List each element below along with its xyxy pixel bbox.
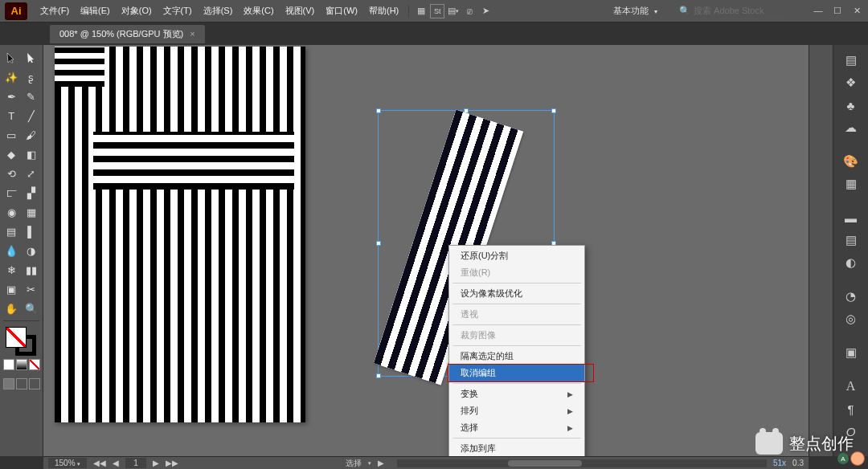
badge-a-icon: A xyxy=(837,453,849,464)
menu-file[interactable]: 文件(F) xyxy=(35,2,74,20)
ctx-isolate-group[interactable]: 隔离选定的组 xyxy=(449,348,584,365)
handle-w[interactable] xyxy=(376,241,381,246)
menu-edit[interactable]: 编辑(E) xyxy=(76,2,115,20)
menu-select[interactable]: 选择(S) xyxy=(199,2,238,20)
gradient-panel-icon[interactable]: ▤ xyxy=(837,230,865,251)
handle-ne[interactable] xyxy=(551,108,556,113)
tab-close-icon[interactable]: × xyxy=(190,29,194,39)
draw-behind[interactable] xyxy=(16,378,27,389)
maximize-button[interactable]: ☐ xyxy=(831,6,844,16)
status-play-icon[interactable]: ▶ xyxy=(378,459,384,467)
artboard-nav-back[interactable]: ◀ xyxy=(113,459,119,467)
mesh-tool[interactable]: ▤ xyxy=(2,222,22,241)
ctx-pixel-optimize[interactable]: 设为像素级优化 xyxy=(449,285,584,302)
none-mode-swatch[interactable] xyxy=(29,359,40,370)
transparency-panel-icon[interactable]: ◐ xyxy=(837,252,865,273)
eyedropper-tool[interactable]: 💧 xyxy=(2,241,22,260)
gpu-icon[interactable]: ⎚ xyxy=(462,4,477,18)
selection-tool[interactable] xyxy=(2,48,22,67)
fill-swatch[interactable] xyxy=(6,327,27,348)
panels-dock: ▤ ❖ ♣ ☁ 🎨 ▦ ▬ ▤ ◐ ◔ ◎ ▣ A ¶ O xyxy=(833,45,868,456)
artboard-nav-last[interactable]: ▶▶ xyxy=(166,459,178,467)
artboard-nav-fwd[interactable]: ▶ xyxy=(153,459,159,467)
symbol-sprayer-tool[interactable]: ❄ xyxy=(2,260,22,279)
slice-tool[interactable]: ✂ xyxy=(22,279,42,299)
hand-tool[interactable]: ✋ xyxy=(2,299,22,318)
properties-panel-icon[interactable]: ▤ xyxy=(837,50,865,71)
draw-inside[interactable] xyxy=(29,378,40,389)
workspace-switcher[interactable]: 基本功能 ▾ xyxy=(607,3,664,18)
perspective-grid-tool[interactable]: ▦ xyxy=(22,202,42,222)
menu-effect[interactable]: 效果(C) xyxy=(239,2,278,20)
panel-gutter[interactable] xyxy=(809,45,833,456)
fill-stroke-indicator[interactable] xyxy=(4,327,39,356)
graphic-styles-panel-icon[interactable]: ◎ xyxy=(837,308,865,329)
arrange-docs-icon[interactable]: ▤▾ xyxy=(446,4,461,18)
handle-sw[interactable] xyxy=(376,373,381,378)
color-mode-swatch[interactable] xyxy=(3,359,14,370)
stock-box-icon[interactable]: ▦ xyxy=(414,4,428,18)
zoom-tool[interactable]: 🔍 xyxy=(22,299,42,318)
ctx-select[interactable]: 选择▶ xyxy=(449,419,584,436)
menu-help[interactable]: 帮助(H) xyxy=(364,2,403,20)
rotate-tool[interactable]: ⟲ xyxy=(2,164,22,183)
cloud-panel-icon[interactable]: ☁ xyxy=(837,117,865,138)
ctx-ungroup[interactable]: 取消编组 xyxy=(449,365,584,381)
zoom-level[interactable]: 150% ▾ xyxy=(48,458,87,468)
search-stock[interactable]: 🔍 搜索 Adobe Stock xyxy=(674,2,794,19)
stroke-panel-icon[interactable]: ▬ xyxy=(837,207,865,228)
pen-tool[interactable]: ✒ xyxy=(2,87,22,106)
ctx-perspective: 透视 xyxy=(449,306,584,323)
swatches-panel-icon[interactable]: ▦ xyxy=(837,173,865,194)
search-icon: 🔍 xyxy=(679,6,690,16)
minimize-button[interactable]: — xyxy=(812,6,825,16)
column-graph-tool[interactable]: ▮▮ xyxy=(22,260,42,279)
ctx-add-library[interactable]: 添加到库 xyxy=(449,440,584,456)
free-transform-tool[interactable]: ▞ xyxy=(22,183,42,202)
color-panel-icon[interactable]: 🎨 xyxy=(837,151,865,172)
shape-builder-tool[interactable]: ◉ xyxy=(2,202,22,222)
lasso-tool[interactable]: ʂ xyxy=(22,67,42,87)
blend-tool[interactable]: ◑ xyxy=(22,241,42,260)
artboard-number[interactable]: 1 xyxy=(125,458,146,468)
paintbrush-tool[interactable]: 🖌 xyxy=(22,125,42,145)
artboard[interactable] xyxy=(55,47,305,422)
shaper-tool[interactable]: ◆ xyxy=(2,145,22,164)
appearance-panel-icon[interactable]: ◔ xyxy=(837,286,865,307)
align-panel-icon[interactable]: ▣ xyxy=(837,342,865,363)
direct-selection-tool[interactable] xyxy=(22,48,42,67)
eraser-tool[interactable]: ◧ xyxy=(22,145,42,164)
magic-wand-tool[interactable]: ✨ xyxy=(2,67,22,87)
paragraph-panel-icon[interactable]: ¶ xyxy=(837,398,865,419)
scale-tool[interactable]: ⤢ xyxy=(22,164,42,183)
close-button[interactable]: ✕ xyxy=(850,6,863,16)
submenu-arrow-icon: ▶ xyxy=(567,424,573,432)
ctx-undo[interactable]: 还原(U)分割 xyxy=(449,247,584,264)
libraries-panel-icon[interactable]: ♣ xyxy=(837,95,865,116)
menu-type[interactable]: 文字(T) xyxy=(158,2,197,20)
line-tool[interactable]: ╱ xyxy=(22,106,42,125)
horizontal-scrollbar[interactable] xyxy=(397,459,767,467)
rectangle-tool[interactable]: ▭ xyxy=(2,125,22,145)
menu-window[interactable]: 窗口(W) xyxy=(321,2,362,20)
width-tool[interactable]: ⫍ xyxy=(2,183,22,202)
character-panel-icon[interactable]: A xyxy=(837,376,865,397)
draw-normal[interactable] xyxy=(3,378,14,389)
type-tool[interactable]: T xyxy=(2,106,22,125)
curvature-tool[interactable]: ✎ xyxy=(22,87,42,106)
document-tab[interactable]: 008* @ 150% (RGB/GPU 预览) × xyxy=(50,25,205,43)
ctx-transform[interactable]: 变换▶ xyxy=(449,385,584,402)
gradient-tool[interactable]: ▌ xyxy=(22,222,42,241)
artboard-nav-prev[interactable]: ◀◀ xyxy=(93,459,106,467)
layers-panel-icon[interactable]: ❖ xyxy=(837,72,865,93)
context-menu: 还原(U)分割 重做(R) 设为像素级优化 透视 裁剪图像 隔离选定的组 取消编… xyxy=(448,245,585,456)
handle-nw[interactable] xyxy=(376,108,381,113)
gradient-mode-swatch[interactable] xyxy=(16,359,27,370)
ctx-arrange[interactable]: 排列▶ xyxy=(449,402,584,419)
menu-object[interactable]: 对象(O) xyxy=(117,2,157,20)
menu-view[interactable]: 视图(V) xyxy=(280,2,320,20)
share-icon[interactable]: ➤ xyxy=(478,4,493,18)
stock-st-icon[interactable]: St xyxy=(430,4,444,18)
artboard-tool[interactable]: ▣ xyxy=(2,279,22,299)
canvas[interactable]: 还原(U)分割 重做(R) 设为像素级优化 透视 裁剪图像 隔离选定的组 取消编… xyxy=(43,45,809,456)
